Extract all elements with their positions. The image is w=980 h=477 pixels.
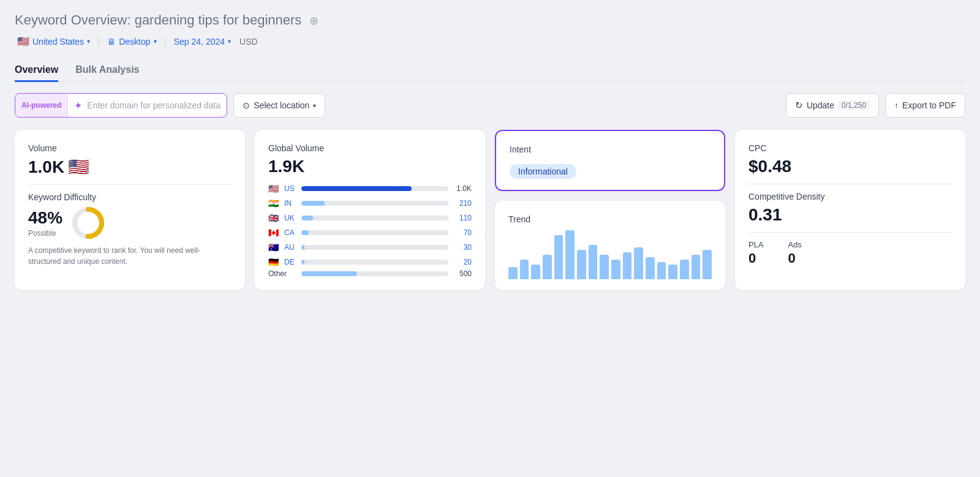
cpc-label: CPC [748, 143, 952, 153]
bar-fill [301, 245, 304, 250]
global-volume-value: 1.9K [268, 157, 472, 176]
update-button[interactable]: ↻ Update 0/1,250 [786, 93, 879, 118]
difficulty-donut [71, 206, 105, 240]
trend-bar [623, 252, 632, 279]
bar-track [301, 201, 448, 206]
tabs-bar: Overview Bulk Analysis [15, 59, 965, 82]
ads-value: 0 [788, 250, 802, 266]
bar-track [301, 260, 448, 265]
country-code: IN [284, 199, 298, 208]
trend-bar [703, 250, 712, 279]
difficulty-label: Keyword Difficulty [28, 192, 232, 202]
currency-label: USD [239, 37, 258, 47]
ai-bar: AI-powered ✦ Enter domain for personaliz… [15, 93, 965, 118]
country-value: 30 [452, 243, 472, 252]
bar-fill [301, 201, 325, 206]
divider [28, 184, 232, 185]
trend-bar [520, 260, 529, 279]
trend-bar [692, 255, 701, 279]
ai-input-placeholder: Enter domain for personalized data [87, 100, 221, 110]
trend-bar [577, 250, 586, 279]
tab-overview[interactable]: Overview [15, 59, 58, 82]
ads-label: Ads [788, 240, 802, 249]
cards-grid: Volume 1.0K 🇺🇸 Keyword Difficulty 48% Po… [15, 130, 965, 290]
trend-bar [531, 265, 540, 279]
date-selector[interactable]: Sep 24, 2024 ▾ [172, 36, 233, 48]
intent-badge: Informational [510, 164, 576, 179]
country-value: 210 [452, 199, 472, 208]
country-flag-icon: 🇺🇸 [268, 184, 281, 193]
update-counter: 0/1,250 [838, 100, 870, 110]
trend-bar [508, 267, 518, 279]
location-icon: ⊙ [243, 100, 250, 110]
location-selector[interactable]: ⊙ Select location ▾ [233, 93, 325, 118]
chevron-down-icon: ▾ [87, 38, 90, 45]
country-code: AU [284, 243, 298, 252]
difficulty-percent: 48% [28, 208, 62, 228]
ai-input-area[interactable]: ✦ Enter domain for personalized data [68, 100, 227, 111]
pla-value: 0 [748, 250, 764, 266]
other-bar-track [301, 271, 448, 276]
country-flag-icon: 🇨🇦 [268, 228, 281, 238]
trend-bar [657, 262, 666, 279]
country-code: US [284, 184, 298, 193]
ai-badge: AI-powered [15, 94, 68, 117]
export-button[interactable]: ↑ Export to PDF [885, 93, 965, 118]
tab-bulk-analysis[interactable]: Bulk Analysis [75, 59, 139, 82]
cpc-value: $0.48 [748, 157, 952, 176]
trend-bar [589, 245, 598, 279]
difficulty-description: A competitive keyword to rank for. You w… [28, 245, 232, 267]
country-bars: 🇺🇸 US 1.0K 🇮🇳 IN 210 🇬🇧 UK 110 🇨🇦 CA [268, 184, 472, 267]
intent-label: Intent [510, 145, 710, 154]
trend-bar [646, 257, 655, 279]
device-selector[interactable]: 🖥 Desktop ▾ [105, 36, 159, 48]
bar-fill [301, 186, 412, 191]
global-volume-card: Global Volume 1.9K 🇺🇸 US 1.0K 🇮🇳 IN 210 … [255, 130, 485, 290]
country-row: 🇦🇺 AU 30 [268, 242, 472, 252]
trend-card: Trend [495, 201, 725, 290]
volume-label: Volume [28, 143, 232, 153]
desktop-icon: 🖥 [107, 37, 116, 47]
other-bar-fill [301, 271, 357, 276]
trend-chart [508, 230, 712, 279]
trend-label: Trend [508, 214, 712, 224]
country-code: CA [284, 228, 298, 237]
country-flag-icon: 🇩🇪 [268, 257, 281, 267]
refresh-icon: ↻ [795, 100, 803, 111]
other-value: 500 [452, 269, 472, 278]
divider [748, 184, 952, 184]
chevron-down-icon: ▾ [313, 102, 316, 109]
intent-trend-column: Intent Informational Trend [495, 130, 725, 290]
country-flag-icon: 🇬🇧 [268, 213, 281, 223]
chevron-down-icon: ▾ [154, 38, 157, 45]
pla-ads-row: PLA 0 Ads 0 [748, 240, 952, 266]
possible-label: Possible [28, 229, 56, 238]
volume-value: 1.0K 🇺🇸 [28, 157, 232, 177]
cpc-card: CPC $0.48 Competitive Density 0.31 PLA 0… [735, 130, 965, 290]
export-icon: ↑ [894, 100, 899, 110]
ai-input-wrapper: AI-powered ✦ Enter domain for personaliz… [15, 93, 227, 118]
add-icon[interactable]: ⊕ [309, 15, 318, 27]
toolbar: 🇺🇸 United States ▾ | 🖥 Desktop ▾ | Sep 2… [15, 34, 965, 48]
bar-fill [301, 260, 304, 265]
other-label: Other [268, 269, 298, 278]
bar-track [301, 230, 448, 235]
global-volume-label: Global Volume [268, 143, 472, 153]
country-row: 🇬🇧 UK 110 [268, 213, 472, 223]
page-title: Keyword Overview: gardening tips for beg… [15, 12, 965, 28]
country-flag-icon: 🇮🇳 [268, 198, 281, 208]
bar-fill [301, 216, 313, 220]
country-row: 🇮🇳 IN 210 [268, 198, 472, 208]
bar-track [301, 216, 448, 220]
country-row: 🇺🇸 US 1.0K [268, 184, 472, 193]
trend-bar [600, 255, 609, 279]
intent-card: Intent Informational [495, 130, 725, 191]
country-row: 🇩🇪 DE 20 [268, 257, 472, 267]
comp-density-value: 0.31 [748, 205, 952, 225]
country-selector[interactable]: 🇺🇸 United States ▾ [15, 34, 92, 48]
pla-label: PLA [748, 240, 764, 249]
country-row: 🇨🇦 CA 70 [268, 228, 472, 238]
country-value: 20 [452, 258, 472, 266]
trend-bar [634, 247, 643, 279]
country-value: 70 [452, 228, 472, 237]
